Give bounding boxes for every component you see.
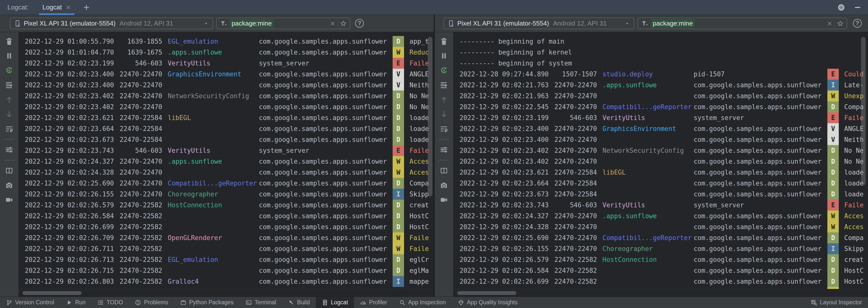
log-view[interactable]: 2022-12-29 01:00:55.7901639-1855EGL_emul…	[19, 32, 434, 297]
scroll-to-end-icon[interactable]	[438, 80, 450, 90]
log-row[interactable]: 2022-12-29 02:02:23.40222470-22470Networ…	[453, 145, 867, 156]
log-row[interactable]: 2022-12-29 02:02:23.67322470-22584com.go…	[19, 134, 434, 145]
previous-occurrence-icon[interactable]	[4, 94, 14, 105]
tab-close-icon[interactable]	[66, 5, 71, 10]
log-row[interactable]: 2022-12-29 02:02:23.66422470-22584com.go…	[453, 178, 867, 189]
log-row[interactable]: 2022-12-29 02:02:26.57922470-22582HostCo…	[453, 254, 867, 265]
log-row[interactable]: 2022-12-29 02:02:24.32822470-22470com.go…	[19, 167, 434, 178]
log-row[interactable]: 2022-12-29 02:02:23.40222470-22470com.go…	[19, 102, 434, 112]
statusbar-item-profiler[interactable]: Profiler	[354, 297, 393, 308]
previous-occurrence-icon[interactable]	[438, 94, 450, 105]
log-row[interactable]: 2022-12-29 02:02:23.40022470-22470com.go…	[453, 134, 867, 145]
log-row[interactable]: 2022-12-29 02:02:26.71522470-22582com.go…	[19, 265, 434, 276]
log-row[interactable]: 2022-12-29 02:02:23.66422470-22584com.go…	[19, 123, 434, 134]
device-selector[interactable]: Pixel XL API 31 (emulator-5554) Android …	[10, 18, 213, 29]
statusbar-item-logcat[interactable]: Logcat	[316, 297, 354, 308]
log-row[interactable]: 2022-12-29 02:02:25.69022470-22470Compat…	[453, 232, 867, 243]
favorite-filter-icon[interactable]	[340, 20, 347, 27]
next-occurrence-icon[interactable]	[438, 109, 450, 120]
log-row[interactable]: 2022-12-29 01:01:04.7701639-1675.apps.su…	[19, 47, 434, 58]
log-row[interactable]: 2022-12-29 02:02:26.58422470-22582com.go…	[19, 211, 434, 221]
statusbar-item-app-quality-insights[interactable]: App Quality Insights	[452, 297, 524, 308]
help-icon[interactable]: ?	[853, 19, 862, 28]
statusbar-item-version-control[interactable]: Version Control	[0, 297, 60, 308]
scroll-to-end-icon[interactable]	[4, 80, 14, 90]
logcat-filter-field[interactable]: package:mine	[216, 18, 350, 29]
filter-query-token[interactable]: package:mine	[651, 19, 695, 28]
log-row[interactable]: 2022-12-29 02:02:21.76322470-22470.apps.…	[453, 80, 867, 90]
log-row[interactable]: 2022-12-29 02:02:22.54522470-22470Compat…	[453, 102, 867, 112]
horizontal-scrollbar[interactable]	[457, 291, 517, 295]
favorite-filter-icon[interactable]	[837, 20, 844, 27]
filter-funnel-icon[interactable]	[220, 20, 227, 27]
add-tab-icon[interactable]	[83, 4, 90, 11]
record-screen-icon[interactable]	[438, 194, 450, 205]
log-row[interactable]: 2022-12-29 02:02:23.40222470-22470Networ…	[19, 90, 434, 102]
vertical-scrollbar[interactable]	[428, 37, 433, 197]
log-row[interactable]: 2022-12-29 01:00:55.7901639-1855EGL_emul…	[19, 36, 434, 47]
statusbar-item-layout-inspector[interactable]: Layout Inspector	[805, 297, 868, 308]
log-row[interactable]: 2022-12-29 02:02:23.67322470-22584com.go…	[453, 189, 867, 200]
filter-funnel-icon[interactable]	[641, 20, 648, 27]
log-marker-row[interactable]: --------- beginning of system	[453, 58, 867, 69]
pause-logcat-icon[interactable]	[4, 50, 14, 61]
log-row[interactable]: 2022-12-29 02:02:26.69922470-22582com.go…	[453, 276, 867, 287]
help-icon[interactable]: ?	[355, 19, 364, 28]
next-occurrence-icon[interactable]	[4, 109, 14, 120]
logcat-filter-field[interactable]: package:mine	[638, 18, 847, 29]
filter-query-token[interactable]: package:mine	[229, 19, 274, 28]
statusbar-item-todo[interactable]: TODO	[91, 297, 129, 308]
statusbar-item-build[interactable]: Build	[282, 297, 316, 308]
horizontal-scrollbar[interactable]	[22, 291, 82, 295]
log-row[interactable]: 2022-12-29 02:02:23.62122470-22584libEGL…	[19, 112, 434, 123]
clear-logcat-icon[interactable]	[4, 36, 14, 47]
soft-wrap-icon[interactable]	[4, 123, 14, 134]
log-row[interactable]: 2022-12-29 02:02:23.62122470-22584libEGL…	[453, 167, 867, 178]
log-row[interactable]: 2022-12-29 02:02:21.96322470-22470com.go…	[453, 90, 867, 102]
log-row[interactable]: 2022-12-29 02:02:25.69022470-22470Compat…	[19, 178, 434, 189]
statusbar-item-run[interactable]: Run	[60, 297, 91, 308]
log-row[interactable]: 2022-12-29 02:02:26.69922470-22582com.go…	[19, 221, 434, 232]
gear-icon[interactable]	[837, 3, 845, 11]
horizontal-scrollbar-track[interactable]	[453, 289, 867, 297]
statusbar-item-python-packages[interactable]: Python Packages	[174, 297, 240, 308]
log-row[interactable]: 2022-12-29 02:02:23.743546-603VerityUtil…	[453, 200, 867, 211]
statusbar-item-terminal[interactable]: Terminal	[240, 297, 282, 308]
log-row[interactable]: 2022-12-29 02:02:24.32722470-22470.apps.…	[453, 211, 867, 221]
pause-logcat-icon[interactable]	[438, 50, 450, 61]
log-row[interactable]: 2022-12-29 02:02:26.15522470-22470Choreo…	[19, 189, 434, 200]
clear-filter-icon[interactable]	[827, 21, 833, 27]
log-view[interactable]: --------- beginning of main--------- beg…	[453, 32, 867, 297]
log-row[interactable]: 2022-12-29 02:02:23.40022470-22470Graphi…	[453, 123, 867, 134]
logcat-formatting-options-icon[interactable]	[4, 144, 14, 155]
log-row[interactable]: 2022-12-29 02:02:24.32822470-22470com.go…	[453, 221, 867, 232]
clear-filter-icon[interactable]	[330, 21, 336, 27]
restart-logcat-icon[interactable]	[438, 65, 450, 76]
soft-wrap-icon[interactable]	[438, 123, 450, 134]
log-row[interactable]: 2022-12-29 02:02:26.71122470-22582com.go…	[19, 243, 434, 254]
log-row[interactable]: 2022-12-29 02:02:23.40022470-22470com.go…	[19, 80, 434, 90]
vertical-scrollbar[interactable]	[861, 37, 866, 186]
take-screenshot-icon[interactable]	[438, 180, 450, 191]
tab-logcat[interactable]: Logcat	[39, 0, 74, 15]
log-row[interactable]: 2022-12-29 02:02:23.40022470-22470Graphi…	[19, 69, 434, 80]
log-marker-row[interactable]: --------- beginning of main	[453, 36, 867, 47]
log-row[interactable]: 2022-12-29 02:02:26.80322470-22582Grallo…	[19, 276, 434, 287]
split-panels-icon[interactable]	[438, 165, 450, 176]
clear-logcat-icon[interactable]	[438, 36, 450, 47]
log-row[interactable]: 2022-12-29 02:02:26.58422470-22582com.go…	[453, 265, 867, 276]
log-row[interactable]: W	[453, 287, 867, 289]
device-selector[interactable]: Pixel XL API 31 (emulator-5554) Android …	[443, 18, 634, 29]
log-row[interactable]: 2022-12-29 02:02:26.71322470-22582EGL_em…	[19, 254, 434, 265]
log-row[interactable]: 2022-12-28 09:27:44.8901507-1507studio.d…	[453, 69, 867, 80]
log-marker-row[interactable]: --------- beginning of kernel	[453, 47, 867, 58]
restart-logcat-icon[interactable]	[4, 65, 14, 76]
statusbar-item-problems[interactable]: Problems	[129, 297, 174, 308]
log-row[interactable]: 2022-12-29 02:02:23.40222470-22470com.go…	[453, 156, 867, 167]
horizontal-scrollbar-track[interactable]	[19, 289, 434, 297]
split-panels-icon[interactable]	[4, 165, 14, 176]
log-row[interactable]: 2022-12-29 02:02:24.32722470-22470.apps.…	[19, 156, 434, 167]
record-screen-icon[interactable]	[4, 194, 14, 205]
log-row[interactable]: 2022-12-29 02:02:23.199546-603VerityUtil…	[453, 112, 867, 123]
minimize-icon[interactable]	[854, 3, 862, 11]
